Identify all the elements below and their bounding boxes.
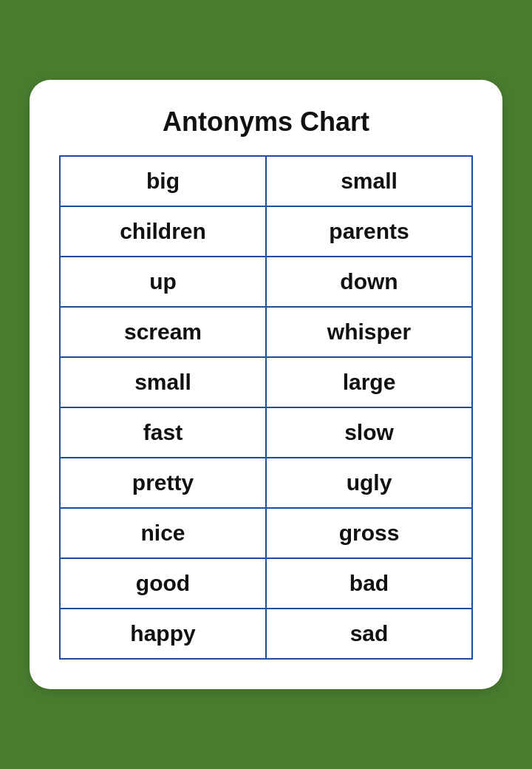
word-right: whisper [266,307,472,357]
word-left: children [60,206,266,257]
page-title: Antonyms Chart [59,106,473,138]
word-left: pretty [60,458,266,508]
table-row: goodbad [60,558,472,609]
word-left: small [60,357,266,407]
word-right: slow [266,407,472,458]
word-right: down [266,257,472,307]
antonyms-table: bigsmallchildrenparentsupdownscreamwhisp… [59,155,473,660]
table-row: bigsmall [60,156,472,206]
table-row: childrenparents [60,206,472,257]
word-right: large [266,357,472,407]
word-left: nice [60,508,266,558]
word-left: up [60,257,266,307]
table-row: prettyugly [60,458,472,508]
table-row: nicegross [60,508,472,558]
word-right: small [266,156,472,206]
word-left: good [60,558,266,609]
word-right: sad [266,609,472,659]
word-left: fast [60,407,266,458]
table-row: happysad [60,609,472,659]
table-row: smalllarge [60,357,472,407]
word-left: happy [60,609,266,659]
word-left: big [60,156,266,206]
word-right: parents [266,206,472,257]
table-row: fastslow [60,407,472,458]
table-row: screamwhisper [60,307,472,357]
card: Antonyms Chart bigsmallchildrenparentsup… [30,80,502,689]
word-right: bad [266,558,472,609]
table-row: updown [60,257,472,307]
word-left: scream [60,307,266,357]
word-right: ugly [266,458,472,508]
word-right: gross [266,508,472,558]
